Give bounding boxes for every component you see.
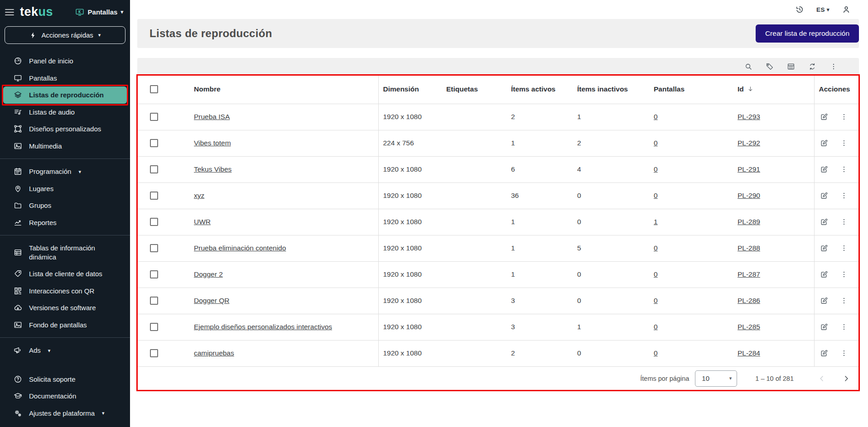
edit-button[interactable] [820,192,828,200]
playlist-id-link[interactable]: PL-291 [738,165,760,173]
edit-button[interactable] [820,139,828,147]
edit-button[interactable] [820,244,828,252]
playlist-name-link[interactable]: Prueba ISA [194,113,230,120]
column-header-name[interactable]: Nombre [184,75,378,104]
page-size-select[interactable]: 10 ▾ [695,370,737,387]
playlist-id-link[interactable]: PL-287 [738,270,760,278]
sidebar-item-ajustes-de-plataforma[interactable]: Ajustes de plataforma▾ [0,405,130,422]
menu-icon[interactable] [4,7,15,18]
sidebar-item-solicita-soporte[interactable]: Solicita soporte [0,371,130,388]
playlist-id-link[interactable]: PL-289 [738,218,760,225]
create-playlist-button[interactable]: Crear lista de reproducción [756,24,859,43]
column-header-id[interactable]: Id [733,75,814,104]
playlist-name-link[interactable]: xyz [194,192,204,199]
column-header-dimension[interactable]: Dimensión [378,75,442,104]
edit-button[interactable] [820,218,828,226]
playlist-name-link[interactable]: Ejemplo diseños personalizados interacti… [194,323,332,331]
screens-count-link[interactable]: 0 [654,270,658,278]
row-menu-button[interactable] [840,165,848,173]
playlist-name-link[interactable]: UWR [194,218,211,225]
row-checkbox[interactable] [150,270,158,278]
screens-count-link[interactable]: 0 [654,113,658,120]
sync-icon[interactable] [808,62,816,71]
sidebar-item-panel-de-inicio[interactable]: Panel de inicio [0,53,130,70]
screens-count-link[interactable]: 0 [654,192,658,199]
sidebar-item-versiones-de-software[interactable]: Versiones de software [0,299,130,317]
table-icon[interactable] [787,62,795,71]
row-checkbox[interactable] [150,218,158,226]
playlist-id-link[interactable]: PL-285 [738,323,760,331]
playlist-id-link[interactable]: PL-290 [738,192,760,199]
sidebar-item-lista-de-cliente-de-datos[interactable]: Lista de cliente de datos [0,265,130,283]
search-icon[interactable] [744,62,752,71]
playlist-id-link[interactable]: PL-286 [738,297,760,304]
screens-count-link[interactable]: 0 [654,323,658,331]
playlist-name-link[interactable]: camipruebas [194,349,234,357]
row-menu-button[interactable] [840,218,848,226]
row-menu-button[interactable] [840,139,848,147]
row-checkbox[interactable] [150,139,158,147]
sidebar-item-grupos[interactable]: Grupos [0,197,130,214]
column-header-screens[interactable]: Pantallas [649,75,733,104]
sidebar-item-ads[interactable]: Ads▾ [0,342,130,359]
context-switcher[interactable]: Pantallas ▾ [75,8,123,17]
screens-count-link[interactable]: 0 [654,165,658,173]
app-logo[interactable]: tekus [20,5,53,19]
select-all-checkbox[interactable] [150,85,158,93]
column-header-active_items[interactable]: Ítems activos [506,75,573,104]
playlist-name-link[interactable]: Vibes totem [194,139,231,147]
screens-count-link[interactable]: 0 [654,139,658,147]
sidebar-item-fondo-de-pantallas[interactable]: Fondo de pantallas [0,317,130,334]
playlist-name-link[interactable]: Tekus Vibes [194,165,231,173]
next-page-button[interactable] [842,374,851,383]
row-menu-button[interactable] [840,323,848,331]
playlist-id-link[interactable]: PL-284 [738,349,760,357]
edit-button[interactable] [820,349,828,357]
user-icon[interactable] [842,5,851,14]
row-checkbox[interactable] [150,244,158,252]
quick-actions-button[interactable]: Acciones rápidas ▾ [5,26,125,44]
sidebar-item-documentacion[interactable]: Documentación [0,388,130,405]
row-checkbox[interactable] [150,192,158,200]
sidebar-item-listas-de-reproduccion[interactable]: Listas de reproducción [3,86,127,104]
sidebar-item-pantallas[interactable]: Pantallas [0,70,130,87]
screens-count-link[interactable]: 0 [654,244,658,252]
row-checkbox[interactable] [150,165,158,173]
playlist-name-link[interactable]: Dogger QR [194,297,229,304]
row-menu-button[interactable] [840,113,848,121]
row-menu-button[interactable] [840,349,848,357]
row-menu-button[interactable] [840,244,848,252]
row-checkbox[interactable] [150,297,158,305]
previous-page-button[interactable] [817,374,826,383]
row-menu-button[interactable] [840,297,848,305]
sidebar-item-interacciones-con-qr[interactable]: Interacciones con QR [0,283,130,300]
screens-count-link[interactable]: 0 [654,349,658,357]
playlist-id-link[interactable]: PL-293 [738,113,760,120]
edit-button[interactable] [820,297,828,305]
playlist-name-link[interactable]: Prueba eliminación contenido [194,244,286,252]
sidebar-item-programacion[interactable]: Programación▾ [0,163,130,180]
row-menu-button[interactable] [840,270,848,278]
playlist-name-link[interactable]: Dogger 2 [194,270,223,278]
screens-count-link[interactable]: 0 [654,297,658,304]
row-checkbox[interactable] [150,349,158,357]
playlist-id-link[interactable]: PL-288 [738,244,760,252]
edit-button[interactable] [820,113,828,121]
screens-count-link[interactable]: 1 [654,218,658,225]
row-checkbox[interactable] [150,323,158,331]
sidebar-item-lugares[interactable]: Lugares [0,180,130,197]
history-icon[interactable] [795,5,804,14]
playlist-id-link[interactable]: PL-292 [738,139,760,147]
sidebar-item-reportes[interactable]: Reportes [0,214,130,231]
language-selector[interactable]: ES ▾ [816,6,829,13]
kebab-icon[interactable] [829,62,838,71]
edit-button[interactable] [820,165,828,173]
row-menu-button[interactable] [840,192,848,200]
sidebar-item-tablas-de-informacion-dinamica[interactable]: Tablas de información dinámica [0,240,130,265]
row-checkbox[interactable] [150,113,158,121]
sidebar-item-listas-de-audio[interactable]: Listas de audio [0,104,130,121]
edit-button[interactable] [820,323,828,331]
column-header-tags[interactable]: Etiquetas [442,75,506,104]
tag-icon[interactable] [766,62,774,71]
sidebar-item-multimedia[interactable]: Multimedia [0,138,130,155]
